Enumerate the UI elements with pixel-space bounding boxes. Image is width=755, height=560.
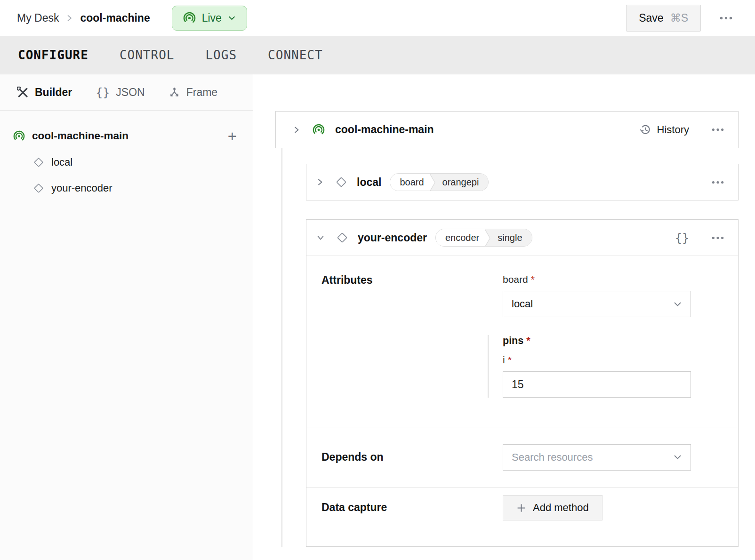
tree-guide-line [281,148,282,547]
badge-divider-icon [485,229,492,247]
history-icon [640,124,651,136]
config-panel: cool-machine-main History [253,74,755,560]
badge-model: single [492,229,531,246]
pin-i-input[interactable] [503,371,691,398]
topbar: My Desk cool-machine Live Save ⌘S [0,0,755,36]
badge-model: orangepi [437,174,489,191]
local-board-card: local board orangepi [306,164,739,200]
chevron-right-icon [293,126,300,134]
tab-configure[interactable]: CONFIGURE [18,48,88,62]
live-status-button[interactable]: Live [172,6,247,31]
pin-i-label-text: i [503,354,505,365]
pin-i-label: i* [503,354,691,366]
view-tab-json-label: JSON [116,86,145,99]
braces-icon: {} [96,86,110,99]
tree-item-local[interactable]: local [0,149,253,175]
pins-label-text: pins [503,335,523,346]
board-label-text: board [503,274,528,285]
view-tab-json[interactable]: {} JSON [96,86,145,99]
machine-card: cool-machine-main History [275,111,739,148]
collapse-encoder-button[interactable] [314,232,327,243]
local-card-title: local [357,176,381,189]
diamond-icon [335,176,347,188]
local-card-header: local board orangepi [306,164,738,200]
history-button-label: History [657,124,689,136]
ellipsis-icon [720,16,732,20]
badge-divider-icon [430,174,437,191]
viam-logo-icon [313,124,325,136]
required-asterisk: * [508,354,512,365]
board-select-value: local [512,298,533,310]
local-menu-button[interactable] [710,179,726,186]
chevron-right-icon [316,178,324,186]
pins-group: pins* i* [488,335,691,398]
plus-icon [516,503,526,513]
encoder-card: your-encoder encoder single {} At [306,219,739,547]
chevron-down-icon [673,300,682,309]
frame-icon [169,87,180,98]
board-select[interactable]: local [503,291,691,317]
tab-logs[interactable]: LOGS [205,48,237,62]
data-capture-section-label: Data capture [321,501,503,514]
tree-item-your-encoder-label: your-encoder [51,182,112,194]
tree-item-your-encoder[interactable]: your-encoder [0,175,253,201]
tools-icon [17,87,29,98]
required-asterisk: * [531,274,535,285]
chevron-down-icon [228,14,236,22]
depends-on-select[interactable]: Search resources [503,444,691,471]
expand-local-button[interactable] [314,176,326,188]
ellipsis-icon [712,236,724,240]
add-component-button[interactable]: + [226,128,239,144]
breadcrumb: My Desk cool-machine [17,12,150,24]
tab-control[interactable]: CONTROL [120,48,175,62]
encoder-card-title: your-encoder [358,232,427,244]
pins-field-label: pins* [503,335,691,347]
machine-card-header: cool-machine-main History [276,112,738,148]
view-tab-builder-label: Builder [35,86,72,99]
resource-tree: cool-machine-main + local your-encoder [0,111,253,201]
viam-logo-icon [13,130,25,142]
save-button[interactable]: Save ⌘S [626,5,701,32]
chevron-down-icon [673,453,682,462]
history-button[interactable]: History [637,123,692,136]
live-status-label: Live [202,12,222,24]
data-capture-section: Data capture Add method [306,487,738,546]
view-tab-builder[interactable]: Builder [17,86,72,99]
tab-connect[interactable]: CONNECT [268,48,323,62]
encoder-menu-button[interactable] [710,234,726,241]
diamond-icon [33,183,44,194]
breadcrumb-parent-link[interactable]: My Desk [17,12,59,24]
attributes-section-label: Attributes [321,274,503,427]
view-tab-frame[interactable]: Frame [169,86,217,99]
topbar-actions: Save ⌘S [626,5,734,32]
machine-menu-button[interactable] [710,126,726,133]
encoder-type-badge: encoder single [435,229,532,247]
tree-item-machine-label: cool-machine-main [32,130,129,142]
tree-item-machine[interactable]: cool-machine-main + [0,123,253,149]
save-button-label: Save [639,12,663,24]
breadcrumb-current: cool-machine [80,12,150,24]
ellipsis-icon [712,181,724,184]
chevron-right-icon [66,14,73,22]
attributes-section: Attributes board* local pins* i* [306,256,738,427]
save-shortcut: ⌘S [670,12,688,24]
ellipsis-icon [712,128,724,131]
depends-on-section-label: Depends on [321,451,503,464]
depends-on-placeholder: Search resources [512,451,593,464]
badge-type: encoder [436,229,485,246]
topbar-menu-button[interactable] [718,15,734,22]
depends-on-section: Depends on Search resources [306,427,738,487]
view-tab-frame-label: Frame [186,86,217,99]
badge-type: board [390,174,429,191]
expand-machine-button[interactable] [291,124,302,136]
encoder-card-header: your-encoder encoder single {} [306,220,738,256]
view-switcher: Builder {} JSON Frame [0,74,253,111]
add-method-button-label: Add method [533,502,589,514]
add-method-button[interactable]: Add method [503,495,602,520]
tree-item-local-label: local [51,156,72,168]
encoder-json-toggle-button[interactable]: {} [672,231,692,245]
chevron-down-icon [316,234,325,241]
required-asterisk: * [526,335,530,346]
viam-logo-icon [183,12,196,24]
diamond-icon [33,157,44,168]
